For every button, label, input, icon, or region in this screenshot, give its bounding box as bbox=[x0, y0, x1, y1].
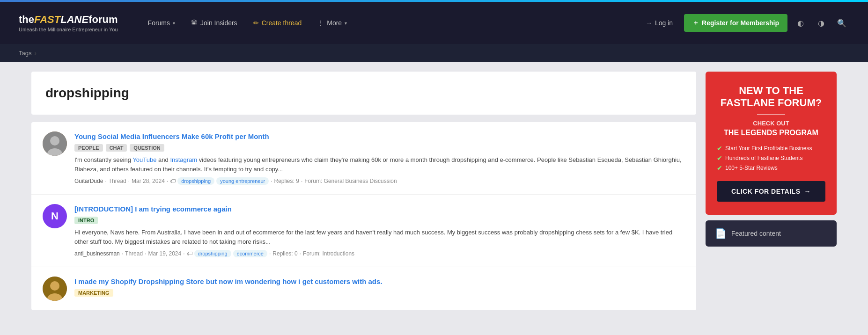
svg-point-1 bbox=[50, 136, 59, 146]
more-dots-icon: ⋮ bbox=[317, 19, 324, 27]
promo-box: NEW TO THE FASTLANE FORUM? CHECK OUT THE… bbox=[706, 72, 837, 215]
svg-point-4 bbox=[50, 281, 59, 291]
circle-icon: ◐ bbox=[797, 19, 804, 28]
main-nav: Forums ▾ 🏛 Join Insiders ✏ Create thread… bbox=[141, 15, 626, 30]
promo-divider bbox=[757, 114, 785, 115]
breadcrumb-tags[interactable]: Tags bbox=[19, 50, 31, 57]
thread-type: Thread bbox=[109, 178, 126, 184]
nav-create-thread[interactable]: ✏ Create thread bbox=[247, 15, 309, 30]
table-row: I made my Shopify Dropshipping Store but… bbox=[31, 267, 696, 310]
avatar-letter: N bbox=[51, 210, 59, 222]
tags-row: INTRO bbox=[74, 217, 685, 224]
forums-chevron-icon: ▾ bbox=[173, 21, 175, 26]
thread-date: Mar 28, 2024 bbox=[132, 178, 165, 184]
tag-people: PEOPLE bbox=[74, 144, 103, 152]
header: theFASTLANEforum Unleash the Millionaire… bbox=[0, 2, 868, 44]
check-icon-2: ✔ bbox=[717, 154, 722, 162]
thread-author[interactable]: anti_businessman bbox=[74, 250, 120, 257]
breadcrumb-separator: › bbox=[34, 50, 36, 57]
logo-fast: FAST bbox=[34, 14, 60, 25]
avatar bbox=[43, 131, 67, 156]
tags-row: PEOPLE CHAT QUESTION bbox=[74, 144, 685, 152]
thread-forum: Forum: Introductions bbox=[303, 250, 354, 257]
tags-row: MARKETING bbox=[74, 289, 685, 297]
header-right: → Log in ＋ Register for Membership ◐ ◑ 🔍 bbox=[640, 14, 849, 32]
thread-content: [INTRODUCTION] I am trying ecommerce aga… bbox=[74, 204, 685, 257]
thread-type: Thread bbox=[125, 250, 143, 257]
sidebar: NEW TO THE FASTLANE FORUM? CHECK OUT THE… bbox=[706, 72, 837, 310]
thread-excerpt: I'm constantly seeing YouTube and Instag… bbox=[74, 155, 685, 174]
logo-forum: forum bbox=[88, 14, 118, 25]
avatar: N bbox=[43, 204, 67, 228]
promo-headline: NEW TO THE FASTLANE FORUM? bbox=[717, 85, 825, 109]
main-wrapper: dropshipping Young Social Media Influenc… bbox=[13, 62, 855, 320]
contrast-toggle-button[interactable]: ◑ bbox=[814, 15, 829, 30]
logo-tagline: Unleash the Millionaire Entrepreneur in … bbox=[19, 27, 118, 32]
nav-more[interactable]: ⋮ More ▾ bbox=[311, 15, 353, 30]
tag-marketing: MARKETING bbox=[74, 289, 113, 297]
thread-content: I made my Shopify Dropshipping Store but… bbox=[74, 277, 685, 301]
nav-join-insiders[interactable]: 🏛 Join Insiders bbox=[184, 15, 244, 30]
page-title-box: dropshipping bbox=[31, 72, 696, 115]
tag-question: QUESTION bbox=[130, 144, 164, 152]
document-icon: 📄 bbox=[715, 228, 727, 239]
list-item: ✔ Start Your First Profitable Business bbox=[717, 145, 825, 152]
logo: theFASTLANEforum bbox=[19, 14, 118, 26]
thread-date: Mar 19, 2024 bbox=[148, 250, 181, 257]
list-item: ✔ 100+ 5-Star Reviews bbox=[717, 164, 825, 172]
featured-label: Featured content bbox=[731, 230, 781, 237]
avatar-image bbox=[43, 131, 67, 156]
thread-title[interactable]: Young Social Media Influencers Make 60k … bbox=[74, 131, 685, 141]
half-circle-icon: ◑ bbox=[818, 19, 824, 28]
thread-meta: anti_businessman · Thread · Mar 19, 2024… bbox=[74, 250, 685, 257]
register-button[interactable]: ＋ Register for Membership bbox=[684, 14, 787, 32]
thread-title[interactable]: I made my Shopify Dropshipping Store but… bbox=[74, 277, 685, 286]
thread-tag-ecommerce[interactable]: ecommerce bbox=[233, 250, 267, 257]
more-chevron-icon: ▾ bbox=[345, 21, 347, 26]
featured-box: 📄 Featured content bbox=[706, 220, 837, 247]
theme-toggle-button[interactable]: ◐ bbox=[793, 15, 808, 30]
table-row: N [INTRODUCTION] I am trying ecommerce a… bbox=[31, 195, 696, 267]
thread-tag-dropshipping[interactable]: dropshipping bbox=[177, 177, 214, 185]
pencil-icon: ✏ bbox=[253, 19, 259, 27]
check-icon-1: ✔ bbox=[717, 145, 722, 152]
instagram-link[interactable]: Instagram bbox=[170, 156, 197, 163]
insiders-icon: 🏛 bbox=[191, 19, 198, 27]
promo-checklist: ✔ Start Your First Profitable Business ✔… bbox=[717, 145, 825, 172]
thread-tag-dropshipping-2[interactable]: dropshipping bbox=[194, 250, 231, 257]
youtube-link[interactable]: YouTube bbox=[132, 156, 156, 163]
login-arrow-icon: → bbox=[646, 19, 652, 27]
cta-button[interactable]: CLICK FOR DETAILS → bbox=[717, 181, 825, 202]
breadcrumb-bar: Tags › bbox=[0, 44, 868, 62]
check-icon-3: ✔ bbox=[717, 164, 722, 172]
tag-icon-2: 🏷 bbox=[187, 250, 192, 257]
logo-area: theFASTLANEforum Unleash the Millionaire… bbox=[19, 14, 118, 32]
avatar bbox=[43, 277, 67, 301]
login-button[interactable]: → Log in bbox=[640, 15, 678, 30]
register-plus-icon: ＋ bbox=[692, 19, 699, 27]
logo-lane: LANE bbox=[60, 14, 88, 25]
thread-author[interactable]: GuitarDude bbox=[74, 178, 103, 184]
avatar-image-3 bbox=[43, 277, 67, 301]
promo-program: THE LEGENDS PROGRAM bbox=[717, 129, 825, 137]
thread-content: Young Social Media Influencers Make 60k … bbox=[74, 131, 685, 185]
thread-title[interactable]: [INTRODUCTION] I am trying ecommerce aga… bbox=[74, 204, 685, 214]
thread-meta: GuitarDude · Thread · Mar 28, 2024 · 🏷 d… bbox=[74, 177, 685, 185]
logo-the: the bbox=[19, 14, 34, 25]
tag-icon-1: 🏷 bbox=[170, 178, 176, 184]
thread-tag-young-entrepreneur[interactable]: young entrepreneur bbox=[216, 177, 269, 185]
search-button[interactable]: 🔍 bbox=[834, 15, 849, 30]
list-item: ✔ Hundreds of Fastlane Students bbox=[717, 154, 825, 162]
page-title: dropshipping bbox=[45, 86, 682, 101]
thread-excerpt: Hi everyone, Navs here. From Australia. … bbox=[74, 228, 685, 246]
tag-chat: CHAT bbox=[106, 144, 127, 152]
thread-replies: Replies: 0 bbox=[272, 250, 297, 257]
table-row: Young Social Media Influencers Make 60k … bbox=[31, 122, 696, 195]
thread-forum: Forum: General Business Discussion bbox=[304, 178, 397, 184]
nav-forums[interactable]: Forums ▾ bbox=[141, 15, 182, 30]
arrow-icon: → bbox=[804, 188, 811, 195]
content-area: dropshipping Young Social Media Influenc… bbox=[31, 72, 696, 310]
promo-sub: CHECK OUT bbox=[717, 120, 825, 127]
tag-intro: INTRO bbox=[74, 217, 98, 224]
thread-list: Young Social Media Influencers Make 60k … bbox=[31, 122, 696, 310]
